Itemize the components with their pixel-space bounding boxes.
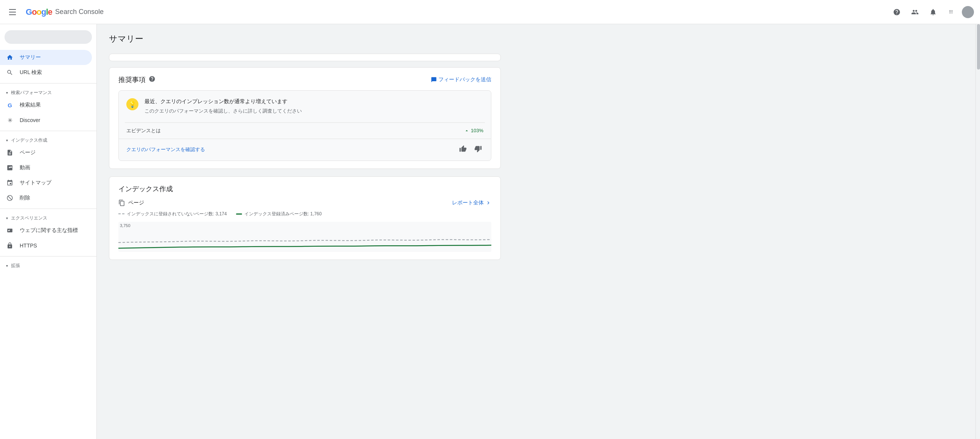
sidebar-label-summary: サマリー <box>20 54 41 61</box>
logo-area: Google Search Console <box>26 7 103 17</box>
sidebar-item-sitemap[interactable]: サイトマップ <box>0 175 92 190</box>
app-title: Search Console <box>55 8 103 16</box>
legend-solid-line <box>236 214 242 215</box>
sidebar-label-https: HTTPS <box>20 242 37 249</box>
sidebar-item-pages[interactable]: ページ <box>0 145 92 160</box>
section-extensions: ▾ 拡張 <box>0 260 97 271</box>
thumbs-up-button[interactable] <box>458 144 468 156</box>
sidebar-item-videos[interactable]: 動画 <box>0 160 92 175</box>
sidebar-item-search-results[interactable]: G 検索結果 <box>0 97 92 113</box>
sidebar: サマリー URL 検索 ▾ 検索パフォーマンス G 検索結果 ✳ Discove… <box>0 24 97 439</box>
recommendations-help-icon[interactable] <box>149 76 156 84</box>
page-copy-icon <box>118 200 125 206</box>
feedback-link[interactable]: フィードバックを送信 <box>431 76 491 83</box>
section-experience: ▾ エクスペリエンス <box>0 212 97 223</box>
sidebar-item-https[interactable]: HTTPS <box>0 238 92 253</box>
right-scrollbar[interactable] <box>975 24 980 439</box>
header: Google Search Console <box>0 0 980 24</box>
rec-feedback-buttons <box>458 144 484 156</box>
apps-button[interactable] <box>944 5 959 20</box>
report-link-text: レポート全体 <box>452 200 484 206</box>
legend-not-indexed-label: インデックスに登録されていないページ数: 3,174 <box>127 211 227 217</box>
legend-indexed-label: インデックス登録済みページ数: 1,760 <box>244 211 322 217</box>
recommendations-header: 推奨事項 フィードバックを送信 <box>109 68 500 90</box>
chart-area: 3,750 <box>118 222 491 252</box>
avatar[interactable] <box>962 6 974 18</box>
alert-bulb-icon: 💡 <box>126 98 138 110</box>
indexed-line <box>118 245 491 248</box>
section-search-performance: ▾ 検索パフォーマンス <box>0 87 97 97</box>
divider-1 <box>0 83 97 84</box>
vitals-icon <box>6 227 14 234</box>
partial-top-card <box>109 54 501 61</box>
trend-up-icon <box>464 128 469 133</box>
grid-icon <box>947 8 955 16</box>
recommendation-inner: 💡 最近、クエリのインプレッション数が通常より増えています このクエリのパフォー… <box>118 90 491 161</box>
legend-not-indexed: インデックスに登録されていないページ数: 3,174 <box>118 211 227 217</box>
hamburger-icon <box>9 8 18 17</box>
sidebar-label-web-vitals: ウェブに関する主な指標 <box>20 227 78 234</box>
chart-y-label: 3,750 <box>120 223 130 228</box>
sidebar-label-search-results: 検索結果 <box>20 101 41 108</box>
video-icon <box>6 164 14 171</box>
chevron-right-icon <box>485 200 491 206</box>
recommendations-title-text: 推奨事項 <box>118 75 146 84</box>
sidebar-label-url-search: URL 検索 <box>20 69 42 76</box>
lock-icon <box>6 242 14 249</box>
sidebar-label-videos: 動画 <box>20 164 30 171</box>
removal-icon <box>6 194 14 202</box>
rec-alert-title: 最近、クエリのインプレッション数が通常より増えています <box>145 98 302 105</box>
people-icon <box>911 8 919 16</box>
rec-alert: 💡 最近、クエリのインプレッション数が通常より増えています このクエリのパフォー… <box>119 91 491 122</box>
chevron-icon: ▾ <box>6 91 8 95</box>
rec-metric-label: エビデンスとは <box>126 127 161 134</box>
sitemap-icon <box>6 179 14 187</box>
page-title: サマリー <box>109 33 501 44</box>
sidebar-label-sitemap: サイトマップ <box>20 179 51 186</box>
chevron-icon-3: ▾ <box>6 216 8 220</box>
thumbs-down-button[interactable] <box>473 144 484 156</box>
search-icon <box>6 69 14 76</box>
notifications-button[interactable] <box>926 5 941 20</box>
bell-icon <box>929 8 937 16</box>
header-left: Google Search Console <box>6 5 889 20</box>
not-indexed-line <box>118 239 491 242</box>
account-circle-button[interactable] <box>907 5 923 20</box>
rec-metrics: エビデンスとは 103% <box>119 123 491 139</box>
google-logo: Google <box>26 7 52 17</box>
index-card: インデックス作成 ページ レポート全体 <box>109 176 501 260</box>
recommendations-title: 推奨事項 <box>118 75 156 84</box>
main-content: サマリー 推奨事項 フィードバックを送信 <box>97 24 975 439</box>
sidebar-item-summary[interactable]: サマリー <box>0 50 92 65</box>
sidebar-item-web-vitals[interactable]: ウェブに関する主な指標 <box>0 223 92 238</box>
discover-icon: ✳ <box>6 116 14 124</box>
page-icon <box>6 149 14 157</box>
report-link[interactable]: レポート全体 <box>452 200 491 206</box>
index-card-title: インデックス作成 <box>118 184 173 193</box>
performance-link[interactable]: クエリのパフォーマンスを確認する <box>126 146 205 153</box>
sidebar-label-pages: ページ <box>20 149 35 156</box>
main-inner: サマリー 推奨事項 フィードバックを送信 <box>97 24 513 277</box>
scrollbar-thumb[interactable] <box>977 24 980 70</box>
chart-svg <box>118 222 491 252</box>
property-selector[interactable] <box>5 30 92 44</box>
index-card-header: インデックス作成 <box>109 177 500 200</box>
chevron-icon-4: ▾ <box>6 264 8 268</box>
help-icon <box>893 8 900 16</box>
sidebar-item-discover[interactable]: ✳ Discover <box>0 113 92 128</box>
rec-footer: クエリのパフォーマンスを確認する <box>119 139 491 160</box>
sidebar-item-url-search[interactable]: URL 検索 <box>0 65 92 80</box>
divider-3 <box>0 209 97 209</box>
rec-metric-value: 103% <box>464 128 484 133</box>
header-right <box>889 5 974 20</box>
menu-button[interactable] <box>6 5 21 20</box>
body-layout: サマリー URL 検索 ▾ 検索パフォーマンス G 検索結果 ✳ Discove… <box>0 24 980 439</box>
help-button[interactable] <box>889 5 904 20</box>
index-page-label: ページ <box>118 200 144 206</box>
google-g-icon: G <box>6 101 14 109</box>
divider-2 <box>0 131 97 131</box>
rec-alert-body: 最近、クエリのインプレッション数が通常より増えています このクエリのパフォーマン… <box>145 98 302 115</box>
sidebar-item-removal[interactable]: 削除 <box>0 190 92 206</box>
index-legend: インデックスに登録されていないページ数: 3,174 インデックス登録済みページ… <box>118 211 491 222</box>
index-page-header: ページ レポート全体 <box>118 200 491 206</box>
